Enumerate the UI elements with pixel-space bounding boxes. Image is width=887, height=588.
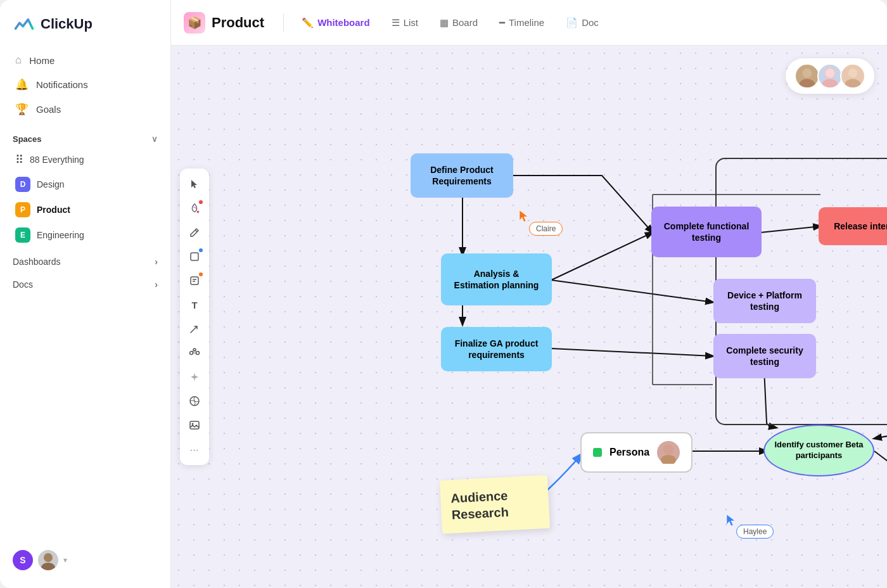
paint-dot	[199, 200, 203, 204]
tab-board-label: Board	[452, 17, 478, 28]
svg-point-2	[197, 211, 200, 214]
user-photo-icon	[38, 550, 58, 570]
whiteboard-canvas[interactable]: T	[171, 46, 887, 588]
tool-globe[interactable]	[184, 390, 205, 412]
tool-note[interactable]	[184, 270, 205, 291]
chevron-down-icon: ∨	[151, 134, 158, 144]
sidebar-bottom: S ▾	[0, 542, 170, 578]
tool-text[interactable]: T	[184, 294, 205, 316]
svg-point-15	[822, 79, 838, 89]
persona-avatar	[657, 441, 680, 464]
tool-magic[interactable]	[184, 366, 205, 388]
node-finalize[interactable]: Finalize GA product requirements	[441, 327, 552, 371]
tab-doc-label: Doc	[582, 17, 599, 28]
sidebar-item-everything[interactable]: ⠿ 88 Everything	[3, 148, 168, 172]
user-avatar-1	[794, 63, 820, 89]
node-functional-label: Complete functional testing	[664, 220, 750, 243]
tab-timeline[interactable]: ━ Timeline	[490, 13, 553, 32]
tool-more[interactable]: ···	[184, 438, 205, 460]
cursor-claire-arrow	[518, 209, 530, 223]
spaces-header[interactable]: Spaces ∨	[0, 124, 170, 148]
sticky-note-audience[interactable]: Audience Research	[440, 475, 550, 534]
sidebar-item-notifications[interactable]: 🔔 Notifications	[8, 72, 163, 97]
node-functional[interactable]: Complete functional testing	[651, 207, 762, 257]
shape-tool-icon	[189, 252, 200, 262]
sidebar-item-label-notifications: Notifications	[36, 79, 88, 90]
sidebar-item-product[interactable]: P Product	[3, 197, 168, 222]
topbar-divider	[283, 14, 284, 32]
sidebar-item-engineering[interactable]: E Engineering	[3, 222, 168, 248]
canvas-users	[786, 58, 874, 94]
cursor-tool-icon	[189, 179, 200, 189]
node-analysis[interactable]: Analysis & Estimation planning	[441, 253, 552, 305]
persona-card[interactable]: Persona	[580, 432, 692, 473]
node-device[interactable]: Device + Platform testing	[713, 279, 816, 323]
product-icon: P	[15, 202, 30, 217]
node-finalize-label: Finalize GA product requirements	[455, 338, 539, 361]
image-tool-icon	[189, 419, 200, 431]
tab-whiteboard[interactable]: ✏️ Whiteboard	[293, 13, 379, 32]
sidebar-item-home[interactable]: ⌂ Home	[8, 48, 163, 72]
svg-point-5	[190, 352, 193, 355]
engineering-icon: E	[15, 227, 30, 243]
node-release-internal[interactable]: Release internal Beta	[819, 207, 887, 245]
tool-pencil[interactable]	[184, 222, 205, 243]
node-security[interactable]: Complete security testing	[713, 334, 816, 378]
timeline-tab-icon: ━	[499, 17, 505, 29]
dashboards-label: Dashboards	[13, 257, 61, 267]
sidebar: ClickUp ⌂ Home 🔔 Notifications 🏆 Goals S…	[0, 0, 171, 588]
chevron-down-user-icon: ▾	[63, 556, 67, 565]
svg-point-12	[799, 79, 815, 89]
cursor-label-claire: Claire	[529, 222, 563, 236]
tab-board[interactable]: ▦ Board	[431, 13, 487, 32]
list-tab-icon: ☰	[392, 17, 400, 29]
user-avatar-s[interactable]: S	[13, 550, 33, 570]
sidebar-item-goals[interactable]: 🏆 Goals	[8, 97, 163, 122]
clickup-logo-icon	[13, 13, 35, 35]
spaces-list: ⠿ 88 Everything D Design P Product E Eng…	[0, 148, 170, 248]
tool-connect[interactable]	[184, 342, 205, 364]
node-identify-beta[interactable]: Identify customer Beta participants	[763, 425, 874, 476]
persona-status-dot	[593, 448, 602, 457]
node-define[interactable]: Define Product Requirements	[411, 153, 513, 198]
tab-list[interactable]: ☰ List	[383, 13, 427, 32]
persona-label: Persona	[609, 447, 649, 458]
user-avatar-photo[interactable]	[38, 550, 58, 570]
svg-point-18	[845, 79, 860, 89]
main-content: 📦 Product ✏️ Whiteboard ☰ List ▦ Board ━…	[171, 0, 887, 588]
topbar: 📦 Product ✏️ Whiteboard ☰ List ▦ Board ━…	[171, 0, 887, 46]
svg-point-6	[196, 352, 200, 355]
tool-image[interactable]	[184, 414, 205, 436]
globe-tool-icon	[189, 395, 200, 407]
tab-doc[interactable]: 📄 Doc	[557, 13, 608, 32]
sticky-note-label: Audience Research	[450, 489, 509, 522]
tab-list-label: List	[404, 17, 418, 28]
tool-cursor[interactable]	[184, 174, 205, 195]
sidebar-item-design[interactable]: D Design	[3, 172, 168, 197]
node-device-label: Device + Platform testing	[727, 290, 802, 312]
docs-section[interactable]: Docs ›	[0, 271, 170, 293]
svg-point-19	[848, 68, 857, 77]
logo-container[interactable]: ClickUp	[0, 0, 170, 46]
connect-tool-icon	[189, 347, 200, 359]
svg-point-16	[826, 68, 834, 77]
node-define-label: Define Product Requirements	[430, 164, 494, 187]
home-icon: ⌂	[15, 54, 22, 67]
goals-icon: 🏆	[15, 103, 29, 116]
svg-rect-4	[191, 277, 198, 284]
bell-icon: 🔔	[15, 78, 29, 91]
shape-dot	[199, 248, 203, 252]
board-tab-icon: ▦	[440, 17, 449, 29]
note-tool-icon	[189, 276, 200, 286]
node-release-internal-label: Release internal Beta	[834, 220, 887, 232]
tool-shape[interactable]	[184, 246, 205, 267]
canvas-toolbar: T	[180, 169, 209, 465]
doc-tab-icon: 📄	[566, 17, 578, 29]
tool-arrow[interactable]	[184, 318, 205, 340]
tool-paint[interactable]	[184, 198, 205, 219]
dashboards-section[interactable]: Dashboards ›	[0, 248, 170, 271]
arrow-tool-icon	[189, 324, 200, 334]
sidebar-item-label-everything: 88 Everything	[30, 155, 84, 165]
svg-rect-9	[190, 421, 199, 429]
sidebar-nav: ⌂ Home 🔔 Notifications 🏆 Goals	[0, 46, 170, 124]
